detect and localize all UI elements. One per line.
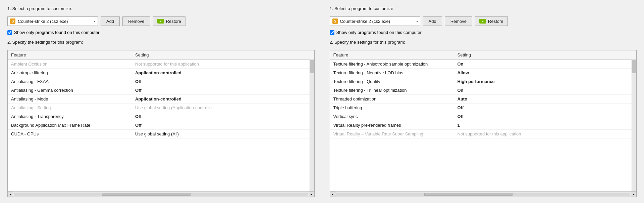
svg-text:S: S (334, 19, 336, 23)
left-hscroll-track[interactable] (14, 193, 308, 196)
left-table-row[interactable]: Antialiasing - SettingUse global setting… (8, 104, 314, 112)
right-cell-setting-8: Not supported for this application (458, 131, 637, 136)
left-cell-feature-3: Antialiasing - Gamma correction (11, 88, 135, 93)
right-table-row[interactable]: Texture filtering - Negative LOD biasAll… (330, 69, 637, 77)
left-cell-feature-4: Antialiasing - Mode (11, 96, 135, 102)
right-table-row[interactable]: Vertical syncOff (330, 112, 637, 121)
left-vscrollbar[interactable] (310, 60, 314, 191)
left-table-row[interactable]: Background Application Max Frame RateOff (8, 121, 314, 130)
right-checkbox-row: Show only programs found on this compute… (330, 30, 637, 35)
right-remove-button[interactable]: Remove (445, 16, 472, 26)
left-table-row[interactable]: CUDA - GPUsUse global setting (All) (8, 130, 314, 138)
left-table-row[interactable]: Anisotropic filteringApplication-control… (8, 69, 314, 77)
left-step2-label: 2. Specify the settings for this program… (7, 40, 315, 45)
right-cell-feature-2: Texture filtering - Quality (333, 79, 458, 84)
left-dropdown-arrow: ▾ (94, 19, 96, 23)
left-checkbox-row: Show only programs found on this compute… (7, 30, 315, 35)
svg-text:✦: ✦ (482, 20, 484, 23)
left-cell-feature-8: CUDA - GPUs (11, 131, 135, 136)
right-cell-feature-8: Virtual Reality – Variable Rate Super Sa… (333, 131, 458, 136)
left-hscroll-left[interactable]: ◂ (8, 192, 13, 197)
right-cell-setting-4: Auto (458, 96, 637, 102)
left-program-row: S Counter-strike 2 (cs2.exe) ▾ Add Remov… (7, 16, 315, 26)
left-table-row[interactable]: Antialiasing - Gamma correctionOff (8, 86, 314, 95)
left-step1-label: 1. Select a program to customize: (7, 6, 315, 11)
left-cell-setting-1: Application-controlled (135, 70, 314, 75)
left-add-button[interactable]: Add (101, 16, 120, 26)
left-cell-setting-4: Application-controlled (135, 96, 314, 102)
right-col-feature-header: Feature (333, 52, 458, 57)
right-table: Feature Setting Texture filtering - Anis… (330, 50, 637, 197)
right-hscroll-left[interactable]: ◂ (330, 192, 335, 197)
right-program-select[interactable]: S Counter-strike 2 (cs2.exe) ▾ (330, 16, 420, 26)
right-table-row[interactable]: Texture filtering - Trilinear optimizati… (330, 86, 637, 95)
right-table-row[interactable]: Virtual Reality pre-rendered frames1 (330, 121, 637, 130)
left-program-icon: S (10, 18, 16, 24)
right-table-row[interactable]: Texture filtering - Anisotropic sample o… (330, 60, 637, 69)
right-dropdown-arrow: ▾ (416, 19, 418, 23)
right-cell-feature-3: Texture filtering - Trilinear optimizati… (333, 88, 458, 93)
left-cell-setting-8: Use global setting (All) (135, 131, 314, 136)
left-hscroll-thumb (102, 193, 190, 196)
right-program-value: Counter-strike 2 (cs2.exe) (340, 19, 414, 24)
left-vscroll-thumb (310, 60, 314, 73)
left-cell-feature-7: Background Application Max Frame Rate (11, 123, 135, 128)
left-panel: 1. Select a program to customize: S Coun… (0, 0, 322, 203)
right-panel: 1. Select a program to customize: S Coun… (322, 0, 644, 203)
left-cell-feature-0: Ambient Occlusion (11, 62, 135, 67)
left-cell-setting-3: Off (135, 88, 314, 93)
left-hscroll[interactable]: ◂ ▸ (8, 191, 314, 197)
left-table-header: Feature Setting (8, 50, 314, 60)
right-cell-setting-2: High performance (458, 79, 637, 84)
left-cell-setting-5: Use global setting (Application-controll… (135, 105, 314, 110)
right-table-row[interactable]: Threaded optimizationAuto (330, 95, 637, 104)
left-cell-feature-1: Anisotropic filtering (11, 70, 135, 75)
right-vscrollbar[interactable] (632, 60, 636, 191)
right-hscroll-track[interactable] (336, 193, 631, 196)
left-table-row[interactable]: Antialiasing - TransparencyOff (8, 112, 314, 121)
right-hscroll-right[interactable]: ▸ (631, 192, 636, 197)
right-program-row: S Counter-strike 2 (cs2.exe) ▾ Add Remov… (330, 16, 637, 26)
left-table-row[interactable]: Antialiasing - FXAAOff (8, 77, 314, 86)
left-table-scroll[interactable]: Ambient OcclusionNot supported for this … (8, 60, 314, 191)
right-cell-feature-0: Texture filtering - Anisotropic sample o… (333, 62, 458, 67)
right-table-row[interactable]: Triple bufferingOff (330, 104, 637, 112)
right-table-scroll[interactable]: Texture filtering - Anisotropic sample o… (330, 60, 637, 191)
left-hscroll-right[interactable]: ▸ (309, 192, 314, 197)
left-cell-setting-6: Off (135, 114, 314, 119)
right-hscroll[interactable]: ◂ ▸ (330, 191, 637, 197)
right-cell-setting-7: 1 (458, 123, 637, 128)
left-program-select[interactable]: S Counter-strike 2 (cs2.exe) ▾ (7, 16, 98, 26)
left-show-programs-checkbox[interactable] (7, 30, 12, 35)
left-table-row[interactable]: Antialiasing - ModeApplication-controlle… (8, 95, 314, 104)
right-cell-setting-5: Off (458, 105, 637, 110)
svg-text:✦: ✦ (160, 20, 162, 23)
right-restore-label: Restore (488, 19, 503, 24)
right-col-setting-header: Setting (458, 52, 632, 57)
right-restore-button[interactable]: ✦ Restore (475, 16, 508, 26)
right-nvidia-icon: ✦ (479, 19, 486, 24)
right-cell-setting-1: Allow (458, 70, 637, 75)
left-program-value: Counter-strike 2 (cs2.exe) (18, 19, 92, 24)
left-cell-setting-2: Off (135, 79, 314, 84)
left-cell-feature-5: Antialiasing - Setting (11, 105, 135, 110)
right-program-icon: S (332, 18, 338, 24)
right-table-header: Feature Setting (330, 50, 637, 60)
left-remove-button[interactable]: Remove (122, 16, 150, 26)
right-step2-label: 2. Specify the settings for this program… (330, 40, 637, 45)
left-restore-button[interactable]: ✦ Restore (153, 16, 186, 26)
left-table-row[interactable]: Ambient OcclusionNot supported for this … (8, 60, 314, 69)
right-add-button[interactable]: Add (423, 16, 442, 26)
left-table: Feature Setting Ambient OcclusionNot sup… (7, 50, 315, 197)
right-cell-feature-5: Triple buffering (333, 105, 458, 110)
right-cell-setting-6: Off (458, 114, 637, 119)
left-cell-setting-7: Off (135, 123, 314, 128)
right-vscroll-thumb (632, 60, 636, 73)
left-cell-feature-2: Antialiasing - FXAA (11, 79, 135, 84)
right-table-row[interactable]: Texture filtering - QualityHigh performa… (330, 77, 637, 86)
left-restore-label: Restore (166, 19, 181, 24)
right-show-programs-label: Show only programs found on this compute… (336, 30, 422, 35)
right-table-row[interactable]: Virtual Reality – Variable Rate Super Sa… (330, 130, 637, 138)
right-show-programs-checkbox[interactable] (330, 30, 334, 35)
svg-text:S: S (12, 19, 14, 23)
